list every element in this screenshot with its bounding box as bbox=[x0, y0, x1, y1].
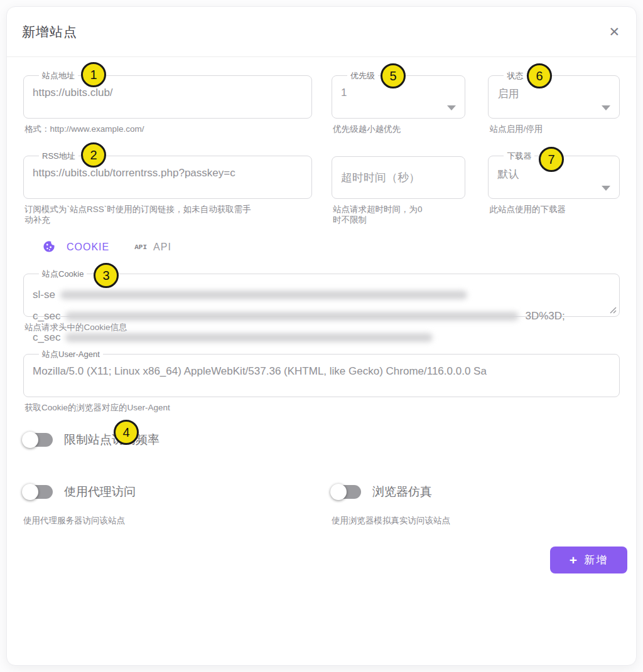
cookie-line: sl-se bbox=[33, 284, 610, 306]
timeout-cell: 站点请求超时时间，为0时不限制 bbox=[332, 151, 466, 225]
plus-icon: + bbox=[570, 553, 577, 568]
browser-emulation-cell: 浏览器仿真 使用浏览器模拟真实访问该站点 bbox=[332, 484, 450, 526]
cookie-icon bbox=[42, 239, 57, 256]
chevron-down-icon bbox=[447, 105, 456, 110]
auth-mode-tabs: COOKIE API API bbox=[23, 238, 620, 256]
toggle-row-2: 使用代理访问 使用代理服务器访问该站点 浏览器仿真 使用浏览器模拟真实访问该站点 bbox=[23, 484, 620, 526]
status-value: 启用 bbox=[497, 80, 610, 101]
dialog-footer: + 新增 bbox=[23, 547, 627, 573]
browser-emulation-toggle[interactable] bbox=[332, 485, 361, 499]
tab-api-label: API bbox=[153, 242, 171, 253]
api-icon: API bbox=[134, 243, 147, 251]
annotation-badge-7: 7 bbox=[539, 147, 564, 172]
rss-url-label: RSS地址 bbox=[39, 151, 78, 161]
browser-emulation-helper: 使用浏览器模拟真实访问该站点 bbox=[332, 515, 450, 526]
tab-cookie-label: COOKIE bbox=[67, 242, 109, 253]
form-row-2: RSS地址 订阅模式为`站点RSS`时使用的订阅链接，如未自动获取需手动补充 站… bbox=[23, 151, 620, 225]
status-cell: 状态 启用 站点启用/停用 bbox=[488, 71, 620, 134]
site-url-label: 站点地址 bbox=[39, 71, 78, 80]
cookie-line: c_sec 3D%3D; bbox=[33, 306, 610, 327]
timeout-input[interactable] bbox=[332, 156, 466, 199]
annotation-badge-3: 3 bbox=[94, 263, 119, 288]
user-agent-label: 站点User-Agent bbox=[39, 349, 103, 359]
annotation-badge-2: 2 bbox=[81, 142, 106, 168]
site-url-cell: 站点地址 格式：http://www.example.com/ bbox=[23, 71, 312, 134]
user-agent-field[interactable]: 站点User-Agent bbox=[23, 349, 620, 397]
priority-helper: 优先级越小越优先 bbox=[332, 124, 427, 134]
chevron-down-icon bbox=[602, 186, 610, 191]
resize-grip[interactable] bbox=[609, 306, 617, 314]
close-icon[interactable]: ✕ bbox=[608, 25, 620, 38]
downloader-label: 下载器 bbox=[504, 151, 534, 161]
site-cookie-textarea[interactable]: sl-se c_sec 3D%3D; c_sec bbox=[33, 279, 610, 348]
redacted-blur-block bbox=[60, 291, 467, 299]
site-url-helper: 格式：http://www.example.com/ bbox=[23, 124, 312, 134]
user-agent-input[interactable] bbox=[33, 359, 610, 378]
cookie-text: 3D%3D; bbox=[525, 310, 565, 323]
dialog-title: 新增站点 bbox=[22, 23, 77, 41]
browser-emulation-row: 浏览器仿真 bbox=[332, 484, 450, 500]
toggle-knob bbox=[22, 432, 38, 448]
add-site-dialog: 新增站点 ✕ 站点地址 格式：http://www.example.com/ 优… bbox=[6, 6, 637, 666]
proxy-label: 使用代理访问 bbox=[64, 484, 136, 500]
downloader-helper: 此站点使用的下载器 bbox=[488, 204, 620, 215]
status-select[interactable]: 状态 启用 bbox=[488, 71, 620, 119]
dialog-content: 站点地址 格式：http://www.example.com/ 优先级 1 优先… bbox=[7, 57, 636, 573]
status-label: 状态 bbox=[504, 71, 526, 80]
rate-limit-label: 限制站点访问频率 bbox=[64, 432, 159, 448]
cookie-text: c_sec bbox=[33, 331, 60, 344]
dialog-header: 新增站点 ✕ bbox=[7, 7, 636, 57]
tab-cookie[interactable]: COOKIE bbox=[42, 239, 109, 256]
toggle-knob bbox=[330, 484, 347, 500]
rss-url-helper: 订阅模式为`站点RSS`时使用的订阅链接，如未自动获取需手动补充 bbox=[23, 204, 257, 225]
cookie-line: c_sec bbox=[33, 327, 610, 348]
rate-limit-row: 限制站点访问频率 bbox=[23, 432, 620, 448]
cookie-text: sl-se bbox=[33, 289, 55, 301]
rss-url-input[interactable] bbox=[33, 161, 303, 179]
rate-limit-toggle[interactable] bbox=[23, 433, 53, 447]
tab-api[interactable]: API API bbox=[134, 242, 171, 253]
chevron-down-icon bbox=[602, 105, 610, 110]
rss-url-cell: RSS地址 订阅模式为`站点RSS`时使用的订阅链接，如未自动获取需手动补充 bbox=[23, 151, 312, 225]
site-cookie-label: 站点Cookie bbox=[39, 269, 87, 279]
redacted-blur-block bbox=[65, 312, 519, 321]
status-helper: 站点启用/停用 bbox=[488, 124, 620, 134]
proxy-row: 使用代理访问 bbox=[23, 484, 332, 500]
browser-emulation-label: 浏览器仿真 bbox=[372, 484, 432, 500]
priority-label: 优先级 bbox=[347, 71, 378, 80]
add-button-label: 新增 bbox=[584, 553, 608, 567]
add-button[interactable]: + 新增 bbox=[550, 547, 627, 573]
proxy-toggle[interactable] bbox=[23, 485, 53, 499]
annotation-badge-5: 5 bbox=[381, 63, 406, 88]
site-url-input[interactable] bbox=[33, 80, 303, 99]
timeout-helper: 站点请求超时时间，为0时不限制 bbox=[332, 204, 427, 225]
annotation-badge-6: 6 bbox=[527, 63, 552, 88]
proxy-cell: 使用代理访问 使用代理服务器访问该站点 bbox=[23, 484, 332, 526]
toggle-knob bbox=[22, 484, 38, 500]
cookie-text: c_sec bbox=[33, 310, 60, 323]
proxy-helper: 使用代理服务器访问该站点 bbox=[23, 515, 332, 526]
user-agent-helper: 获取Cookie的浏览器对应的User-Agent bbox=[23, 402, 620, 413]
annotation-badge-1: 1 bbox=[81, 62, 106, 87]
redacted-blur-block bbox=[65, 333, 433, 342]
site-url-field[interactable]: 站点地址 bbox=[23, 71, 312, 119]
rss-url-field[interactable]: RSS地址 bbox=[23, 151, 312, 199]
annotation-badge-4: 4 bbox=[114, 420, 139, 445]
